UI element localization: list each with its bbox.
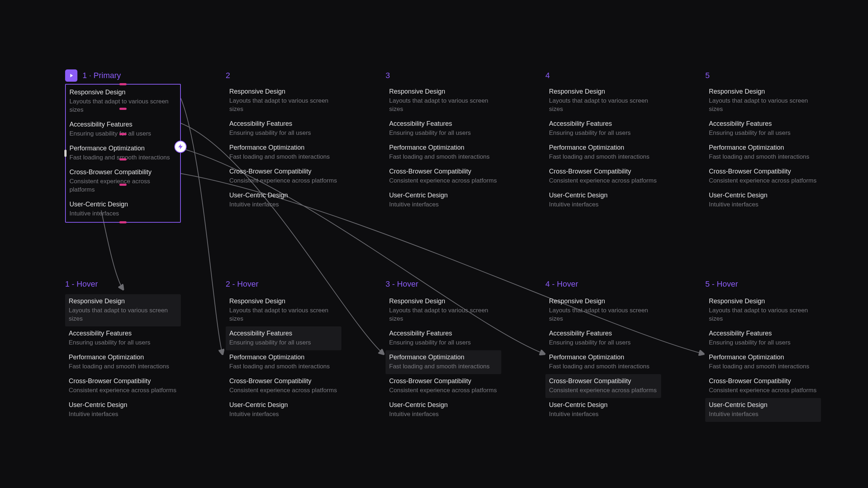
list-item[interactable]: Responsive DesignLayouts that adapt to v… [65,294,181,326]
variant-label-2-hover[interactable]: 2 - Hover [226,279,258,289]
list-item[interactable]: User-Centric DesignIntuitive interfaces [66,197,180,221]
list-item[interactable]: Accessibility FeaturesEnsuring usability… [66,117,180,141]
list-item[interactable]: Cross-Browser CompatibilityConsistent ex… [545,374,661,398]
list-item[interactable]: Responsive DesignLayouts that adapt to v… [386,294,501,326]
design-canvas[interactable]: 1 · Primary Responsive DesignLayouts tha… [0,0,868,488]
list-item[interactable]: User-Centric DesignIntuitive interfaces [545,398,661,422]
component-card-3[interactable]: Responsive DesignLayouts that adapt to v… [386,84,501,213]
list-item[interactable]: Accessibility FeaturesEnsuring usability… [226,326,341,350]
component-card-1[interactable]: Responsive DesignLayouts that adapt to v… [65,84,181,223]
component-card-2-hover[interactable]: Responsive DesignLayouts that adapt to v… [226,294,341,423]
list-item[interactable]: Performance OptimizationFast loading and… [65,350,181,374]
selection-handle-left[interactable] [64,150,67,157]
selection-handle-top[interactable] [119,83,127,85]
component-card-4-hover[interactable]: Responsive DesignLayouts that adapt to v… [545,294,661,423]
item-desc: Consistent experience across platforms [389,177,498,185]
list-item[interactable]: Responsive DesignLayouts that adapt to v… [705,294,821,326]
list-item[interactable]: Cross-Browser CompatibilityConsistent ex… [705,164,821,188]
component-card-3-hover[interactable]: Responsive DesignLayouts that adapt to v… [386,294,501,423]
item-title: Accessibility Features [549,120,658,128]
list-item[interactable]: Cross-Browser CompatibilityConsistent ex… [705,374,821,398]
list-item[interactable]: User-Centric DesignIntuitive interfaces [226,188,341,212]
list-item[interactable]: Performance OptimizationFast loading and… [705,141,821,164]
list-item[interactable]: Responsive DesignLayouts that adapt to v… [545,85,661,117]
list-item[interactable]: Accessibility FeaturesEnsuring usability… [386,117,501,141]
list-item[interactable]: Cross-Browser CompatibilityConsistent ex… [545,164,661,188]
item-desc: Layouts that adapt to various screen siz… [549,97,658,114]
list-item[interactable]: Accessibility FeaturesEnsuring usability… [386,326,501,350]
list-item[interactable]: Responsive DesignLayouts that adapt to v… [705,85,821,117]
item-title: Accessibility Features [389,330,498,337]
list-item[interactable]: User-Centric DesignIntuitive interfaces [705,188,821,212]
list-item[interactable]: User-Centric DesignIntuitive interfaces [386,398,501,422]
variant-label-4[interactable]: 4 [545,71,550,80]
list-item[interactable]: Cross-Browser CompatibilityConsistent ex… [66,165,180,197]
variant-label-text: 3 [386,71,390,80]
selection-handle[interactable] [119,133,127,135]
list-item[interactable]: Accessibility FeaturesEnsuring usability… [705,326,821,350]
item-title: Performance Optimization [709,354,817,361]
variant-label-5-hover[interactable]: 5 - Hover [705,279,738,289]
component-card-5-hover[interactable]: Responsive DesignLayouts that adapt to v… [705,294,821,423]
list-item[interactable]: User-Centric DesignIntuitive interfaces [226,398,341,422]
item-desc: Ensuring usability for all users [549,339,658,347]
list-item[interactable]: User-Centric DesignIntuitive interfaces [65,398,181,422]
item-title: Cross-Browser Compatibility [389,377,498,385]
item-title: Responsive Design [389,297,498,305]
list-item[interactable]: Accessibility FeaturesEnsuring usability… [65,326,181,350]
item-desc: Intuitive interfaces [709,201,817,209]
item-title: Performance Optimization [389,354,498,361]
interaction-badge[interactable] [174,141,187,153]
list-item[interactable]: Accessibility FeaturesEnsuring usability… [705,117,821,141]
variant-label-1-primary[interactable]: 1 · Primary [65,69,121,82]
list-item[interactable]: Performance OptimizationFast loading and… [705,350,821,374]
list-item[interactable]: Accessibility FeaturesEnsuring usability… [545,117,661,141]
variant-label-text: 4 - Hover [545,279,578,289]
list-item[interactable]: Performance OptimizationFast loading and… [386,141,501,164]
list-item[interactable]: Performance OptimizationFast loading and… [545,350,661,374]
list-item[interactable]: Performance OptimizationFast loading and… [545,141,661,164]
list-item[interactable]: Accessibility FeaturesEnsuring usability… [545,326,661,350]
component-card-1-hover[interactable]: Responsive DesignLayouts that adapt to v… [65,294,181,423]
list-item[interactable]: Cross-Browser CompatibilityConsistent ex… [226,164,341,188]
item-title: Performance Optimization [709,144,817,151]
list-item[interactable]: User-Centric DesignIntuitive interfaces [545,188,661,212]
component-card-4[interactable]: Responsive DesignLayouts that adapt to v… [545,84,661,213]
list-item[interactable]: Cross-Browser CompatibilityConsistent ex… [386,164,501,188]
variant-label-3-hover[interactable]: 3 - Hover [386,279,418,289]
list-item[interactable]: Performance OptimizationFast loading and… [226,141,341,164]
variant-label-4-hover[interactable]: 4 - Hover [545,279,578,289]
component-card-5[interactable]: Responsive DesignLayouts that adapt to v… [705,84,821,213]
variant-label-2[interactable]: 2 [226,71,230,80]
selection-handle[interactable] [119,158,127,160]
list-item[interactable]: Responsive DesignLayouts that adapt to v… [66,85,180,117]
item-desc: Consistent experience across platforms [709,386,817,395]
selection-handle[interactable] [119,108,127,110]
variant-label-1-hover[interactable]: 1 - Hover [65,279,98,289]
item-title: Performance Optimization [389,144,498,151]
list-item[interactable]: Accessibility FeaturesEnsuring usability… [226,117,341,141]
item-desc: Consistent experience across platforms [229,386,338,395]
item-title: Responsive Design [709,297,817,305]
list-item[interactable]: User-Centric DesignIntuitive interfaces [386,188,501,212]
list-item[interactable]: Cross-Browser CompatibilityConsistent ex… [386,374,501,398]
item-desc: Layouts that adapt to various screen siz… [709,97,817,114]
list-item[interactable]: Responsive DesignLayouts that adapt to v… [226,294,341,326]
variant-label-5[interactable]: 5 [705,71,710,80]
list-item[interactable]: Responsive DesignLayouts that adapt to v… [386,85,501,117]
list-item[interactable]: Performance OptimizationFast loading and… [226,350,341,374]
list-item[interactable]: Responsive DesignLayouts that adapt to v… [545,294,661,326]
component-card-2[interactable]: Responsive DesignLayouts that adapt to v… [226,84,341,213]
list-item[interactable]: Cross-Browser CompatibilityConsistent ex… [65,374,181,398]
list-item[interactable]: Cross-Browser CompatibilityConsistent ex… [226,374,341,398]
item-desc: Ensuring usability for all users [389,129,498,137]
selection-handle-bottom[interactable] [119,221,127,223]
list-item[interactable]: Responsive DesignLayouts that adapt to v… [226,85,341,117]
item-desc: Consistent experience across platforms [549,386,658,395]
selection-handle[interactable] [119,184,127,186]
list-item[interactable]: User-Centric DesignIntuitive interfaces [705,398,821,422]
variant-label-3[interactable]: 3 [386,71,390,80]
list-item[interactable]: Performance OptimizationFast loading and… [66,141,180,165]
list-item[interactable]: Performance OptimizationFast loading and… [386,350,501,374]
item-desc: Layouts that adapt to various screen siz… [709,307,817,323]
